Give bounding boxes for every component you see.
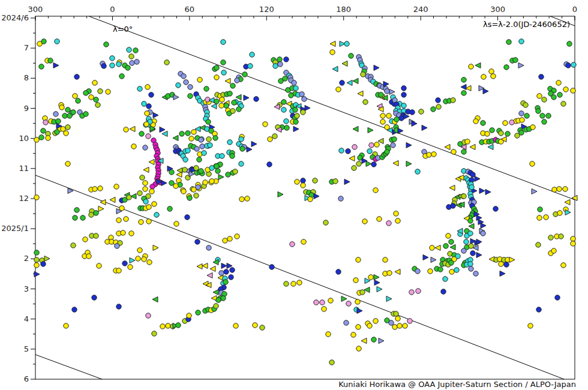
data-point-circle [438,267,443,272]
data-point-circle [74,208,79,212]
data-point-right-triangle [218,175,224,180]
data-point-right-triangle [389,89,395,95]
data-point-circle [230,268,235,272]
data-point-circle [449,260,454,265]
data-point-circle [389,320,394,325]
data-point-circle [187,196,192,200]
data-point-left-triangle [393,161,398,166]
data-point-circle [469,266,473,271]
data-point-circle [363,100,368,104]
data-point-circle [374,142,379,147]
data-point-circle [563,187,568,191]
data-point-circle [299,92,304,97]
data-point-right-triangle [406,161,412,167]
data-point-circle [461,149,466,154]
data-point-left-triangle [342,61,347,67]
data-point-left-triangle [358,91,363,97]
attribution-text: Kuniaki Horikawa @ OAA Jupiter-Saturn Se… [338,380,576,389]
x-tick-label: 60 [185,5,195,14]
data-point-circle [137,86,142,91]
data-point-circle [291,281,296,286]
data-point-circle [539,74,544,79]
data-point-circle [39,135,44,140]
data-point-right-triangle [485,190,491,195]
data-point-left-triangle [395,269,400,275]
y-tick-label: 8 [24,73,29,82]
data-point-circle [143,199,148,204]
data-point-circle [283,76,287,81]
data-point-right-triangle [366,161,371,167]
data-point-circle [176,83,181,88]
data-point-circle [373,319,378,323]
data-point-circle [214,164,219,169]
data-point-circle [485,131,490,136]
data-point-right-triangle [160,127,165,133]
data-point-circle [94,97,98,102]
data-point-circle [139,131,144,136]
data-point-left-triangle [225,79,230,84]
data-point-left-triangle [130,127,135,132]
data-point-circle [110,56,115,61]
data-point-circle [536,307,541,312]
data-point-circle [515,133,520,138]
data-point-circle [230,83,235,88]
data-point-circle [98,89,103,94]
data-point-circle [344,320,349,325]
data-point-circle [133,48,138,53]
data-point-circle [48,58,53,63]
data-point-circle [449,269,454,274]
data-point-right-triangle [475,176,480,182]
data-point-left-triangle [475,63,481,68]
data-point-left-triangle [211,104,217,109]
data-point-circle [146,104,151,109]
data-point-circle [94,233,98,238]
data-point-circle [329,360,334,365]
data-point-circle [273,64,278,68]
data-point-circle [235,234,239,239]
data-point-right-triangle [130,258,135,263]
data-point-circle [182,167,187,172]
data-point-right-triangle [247,147,252,152]
data-point-circle [394,311,398,316]
x-tick-label: 0 [110,5,115,14]
data-point-circle [380,119,385,124]
data-point-circle [493,206,498,211]
data-point-circle [204,86,209,91]
data-point-circle [206,119,211,124]
data-point-circle [250,52,254,57]
data-point-circle [513,58,518,62]
data-point-circle [92,295,97,300]
data-point-circle [530,161,535,166]
data-point-circle [73,94,77,98]
data-point-circle [336,269,341,274]
data-point-circle [383,257,388,262]
data-point-circle [356,325,361,329]
x-tick-label: 0 [572,5,577,14]
data-point-circle [465,139,470,144]
data-point-circle [194,166,199,170]
data-point-right-triangle [406,143,412,148]
data-point-circle [461,77,466,82]
y-tick-label: 3 [24,284,29,293]
data-point-circle [223,280,228,284]
data-point-circle [330,50,335,55]
data-point-circle [379,92,383,97]
y-tick-label: 12 [19,194,29,203]
data-point-right-triangle [479,188,485,194]
y-tick-label: 4 [24,314,29,323]
data-point-right-triangle [153,113,158,118]
data-point-circle [292,80,296,85]
data-point-circle [428,269,433,274]
data-point-circle [546,113,551,118]
data-point-circle [267,162,272,167]
data-point-circle [401,103,406,108]
data-point-circle [395,316,400,321]
data-point-circle [505,131,510,136]
data-point-circle [491,74,496,79]
data-point-circle [202,151,206,155]
data-point-circle [528,323,533,328]
data-point-circle [181,189,186,194]
data-point-circle [468,262,473,266]
data-point-circle [239,197,244,202]
data-point-circle [548,235,553,240]
